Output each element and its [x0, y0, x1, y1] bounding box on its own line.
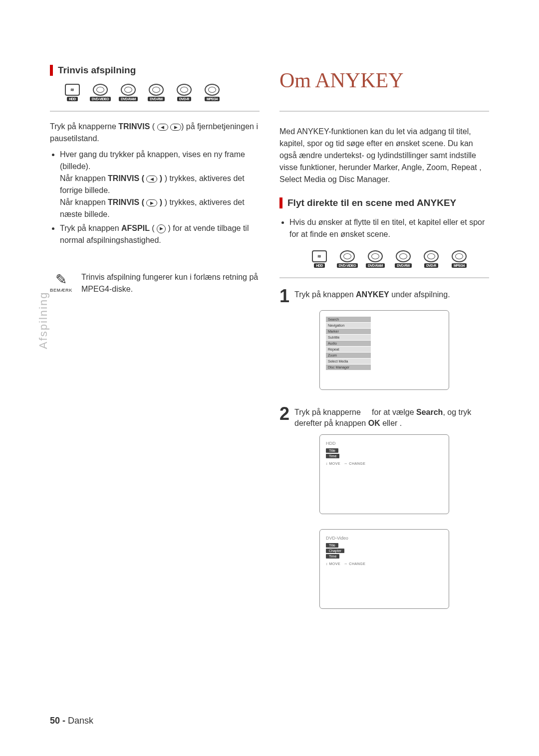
step-fwd-icon: ▶: [146, 199, 157, 206]
pill: Time: [326, 454, 339, 458]
screen-label: DVD-Video: [326, 536, 443, 541]
divider: [279, 277, 489, 278]
dvd-rw-icon: DVD-RW: [391, 250, 416, 270]
dvd-r-icon: DVD-R: [172, 84, 197, 104]
note-icon-box: ✎ BEMÆRK: [50, 271, 72, 293]
step-2: 2 Tryk på knapperne for at vælge Search,…: [279, 405, 489, 429]
section-title: Trinvis afspilning: [58, 65, 136, 76]
hint-row: ↕ MOVE ↔ CHANGE: [326, 562, 443, 566]
note-text: Trinvis afspilning fungerer kun i forlæn…: [81, 271, 260, 295]
divider: [50, 111, 260, 112]
step-text: Tryk på knapperne for at vælge Search, o…: [294, 405, 489, 429]
pill: Time: [326, 554, 339, 559]
hint-row: ↕ MOVE ↔ CHANGE: [326, 462, 443, 465]
list-item: Hvis du ønsker at flytte til en titel, e…: [289, 216, 489, 240]
step-1: 1 Tryk på knappen ANYKEY under afspilnin…: [279, 287, 489, 305]
step-fwd-icon: ▶: [170, 124, 181, 131]
anykey-menu-list: Search Navigation Marker Subtitle Audio …: [326, 317, 371, 370]
menu-item: Search: [326, 317, 371, 322]
step-back-icon: ◀: [146, 176, 157, 183]
dvd-ram-icon: DVD-RAM: [116, 84, 141, 104]
pill: Title: [326, 448, 338, 453]
menu-item: Repeat: [326, 347, 371, 352]
page-number: 50 -: [50, 716, 65, 726]
list-item: Hver gang du trykker på knappen, vises e…: [60, 149, 260, 220]
anykey-intro: Med ANYKEY-funktionen kan du let via adg…: [279, 126, 489, 186]
note-label: BEMÆRK: [50, 288, 72, 293]
step-number: 1: [279, 287, 289, 305]
dvd-search-screenshot: DVD-Video Title Chapter Time ↕ MOVE ↔ CH…: [319, 529, 449, 609]
disc-icon-row: ≋HDD DVD-VIDEO DVD-RAM DVD-RW DVD-R MPEG…: [60, 84, 260, 104]
section-header: Flyt direkte til en scene med ANYKEY: [279, 197, 489, 208]
list-item: Tryk på knappen AFSPIL ( ▶ ) for at vend…: [60, 222, 260, 246]
hdd-icon: ≋HDD: [307, 250, 332, 270]
section-title: Flyt direkte til en scene med ANYKEY: [287, 197, 456, 208]
mpeg4-icon: MPEG4: [200, 84, 225, 104]
step-back-icon: ◀: [157, 124, 168, 131]
sub-bullets: Hvis du ønsker at flytte til en titel, e…: [279, 216, 489, 240]
accent-bar: [279, 197, 282, 208]
page-title: Om ANYKEY: [279, 70, 489, 91]
note-icon: ✎: [55, 271, 67, 288]
dvd-rw-icon: DVD-RW: [144, 84, 169, 104]
pill: Title: [326, 543, 338, 548]
menu-item: Select Media: [326, 359, 371, 364]
menu-item: Marker: [326, 329, 371, 334]
left-column: Trinvis afspilning ≋HDD DVD-VIDEO DVD-RA…: [50, 65, 260, 624]
page-footer: 50 - Dansk: [50, 716, 93, 726]
bullet-list: Hver gang du trykker på knappen, vises e…: [50, 149, 260, 246]
note-block: ✎ BEMÆRK Trinvis afspilning fungerer kun…: [50, 271, 260, 299]
menu-item: Navigation: [326, 323, 371, 328]
hdd-search-screenshot: HDD Title Time ↕ MOVE ↔ CHANGE: [319, 434, 449, 514]
play-icon: ▶: [157, 224, 166, 233]
screen-label: HDD: [326, 441, 443, 446]
menu-item: Disc Manager: [326, 365, 371, 370]
step-text: Tryk på knappen ANYKEY under afspilning.: [294, 287, 450, 305]
hdd-icon: ≋HDD: [60, 84, 85, 104]
intro-text: Tryk på knapperne TRINVIS ( ◀ ▶) på fjer…: [50, 121, 260, 145]
accent-bar: [50, 65, 53, 76]
side-section-label: Afspilning: [37, 292, 50, 349]
section-header: Trinvis afspilning: [50, 65, 260, 76]
menu-item: Zoom: [326, 353, 371, 358]
disc-icon-row: ≋HDD DVD-VIDEO DVD-RAM DVD-RW DVD-R MPEG…: [289, 250, 489, 270]
right-column: Om ANYKEY Med ANYKEY-funktionen kan du l…: [279, 65, 489, 624]
language-label: Dansk: [68, 716, 93, 726]
menu-item: Subtitle: [326, 335, 371, 340]
menu-screenshot: Search Navigation Marker Subtitle Audio …: [319, 310, 449, 390]
mpeg4-icon: MPEG4: [447, 250, 472, 270]
step-number: 2: [279, 405, 289, 429]
page-content: Trinvis afspilning ≋HDD DVD-VIDEO DVD-RA…: [0, 0, 539, 654]
dvd-video-icon: DVD-VIDEO: [88, 84, 113, 104]
dvd-ram-icon: DVD-RAM: [363, 250, 388, 270]
anykey-title-box: Om ANYKEY: [279, 65, 489, 112]
dvd-video-icon: DVD-VIDEO: [335, 250, 360, 270]
pill: Chapter: [326, 549, 344, 553]
dvd-r-icon: DVD-R: [419, 250, 444, 270]
menu-item: Audio: [326, 341, 371, 346]
